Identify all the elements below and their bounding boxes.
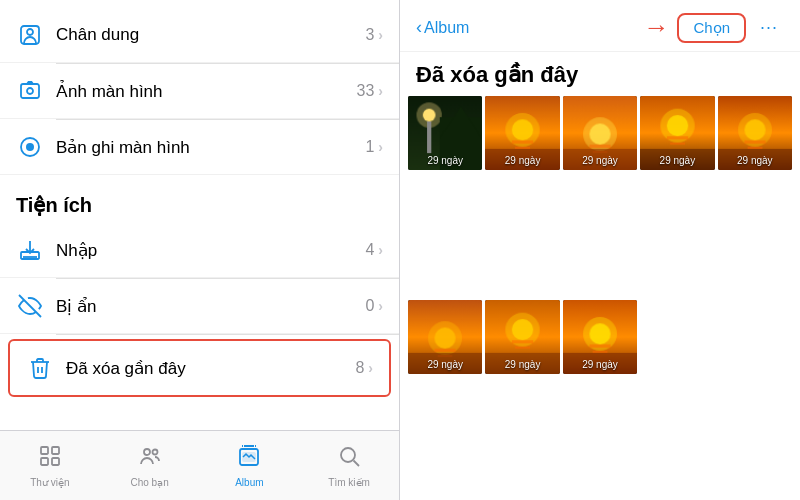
da-xoa-label: Đã xóa gần đây <box>66 358 355 379</box>
nav-tim-kiem-label: Tìm kiếm <box>328 477 370 488</box>
photo-label: 29 ngày <box>408 155 482 166</box>
nav-cho-ban[interactable]: Cho bạn <box>100 431 200 500</box>
svg-rect-11 <box>52 458 59 465</box>
nhap-chevron: › <box>378 242 383 258</box>
photo-label: 29 ngày <box>563 359 637 370</box>
svg-rect-9 <box>52 447 59 454</box>
svg-rect-10 <box>41 458 48 465</box>
nav-tim-kiem[interactable]: Tìm kiếm <box>299 431 399 500</box>
left-content: Chân dung 3 › Ảnh màn hình 33 › <box>0 0 399 430</box>
trash-icon <box>26 354 54 382</box>
cho-ban-icon <box>138 444 162 474</box>
bi-an-label: Bị ẩn <box>56 296 365 317</box>
photo-cell[interactable]: 29 ngày <box>485 96 559 170</box>
back-chevron-icon: ‹ <box>416 17 422 38</box>
photo-grid: 29 ngày29 ngày29 ngày29 ngày29 ngày29 ng… <box>400 96 800 500</box>
more-dots-label: ··· <box>760 17 778 38</box>
left-panel: Chân dung 3 › Ảnh màn hình 33 › <box>0 0 400 500</box>
hidden-icon <box>16 292 44 320</box>
photo-label: 29 ngày <box>563 155 637 166</box>
page-title: Đã xóa gần đây <box>400 52 800 96</box>
back-button[interactable]: ‹ Album <box>416 17 469 38</box>
photo-cell[interactable]: 29 ngày <box>640 96 714 170</box>
svg-point-1 <box>27 29 33 35</box>
more-button[interactable]: ··· <box>754 15 784 40</box>
photo-label: 29 ngày <box>640 155 714 166</box>
photo-cell[interactable]: 29 ngày <box>485 300 559 374</box>
import-icon <box>16 236 44 264</box>
nav-thu-vien[interactable]: Thư viện <box>0 431 100 500</box>
anh-man-hinh-count: 33 <box>357 82 375 100</box>
photo-cell[interactable]: 29 ngày <box>408 96 482 170</box>
photo-label: 29 ngày <box>718 155 792 166</box>
nav-album[interactable]: Album <box>200 431 300 500</box>
anh-man-hinh-label: Ảnh màn hình <box>56 81 357 102</box>
back-label: Album <box>424 19 469 37</box>
thu-vien-icon <box>38 444 62 474</box>
right-panel: ‹ Album → Chọn ··· Đã xóa gần đây 29 ngà… <box>400 0 800 500</box>
svg-rect-8 <box>41 447 48 454</box>
sidebar-item-ban-ghi[interactable]: Bản ghi màn hình 1 › <box>0 120 399 175</box>
photo-label: 29 ngày <box>408 359 482 370</box>
nhap-count: 4 <box>365 241 374 259</box>
svg-line-17 <box>354 460 360 466</box>
photo-cell[interactable]: 29 ngày <box>563 300 637 374</box>
right-header: ‹ Album → Chọn ··· <box>400 0 800 52</box>
sidebar-item-da-xoa[interactable]: Đã xóa gần đây 8 › <box>8 339 391 397</box>
svg-point-16 <box>341 448 355 462</box>
portrait-icon <box>16 21 44 49</box>
bi-an-chevron: › <box>378 298 383 314</box>
album-icon <box>237 444 261 474</box>
chon-button[interactable]: Chọn <box>677 13 746 43</box>
utility-section-header: Tiện ích <box>0 175 399 223</box>
svg-point-3 <box>27 88 33 94</box>
svg-point-5 <box>26 143 34 151</box>
screenshot-icon <box>16 77 44 105</box>
record-icon <box>16 133 44 161</box>
nav-album-label: Album <box>235 477 263 488</box>
bi-an-count: 0 <box>365 297 374 315</box>
photo-cell[interactable]: 29 ngày <box>408 300 482 374</box>
chan-dung-count: 3 <box>365 26 374 44</box>
sidebar-item-bi-an[interactable]: Bị ẩn 0 › <box>0 279 399 334</box>
red-arrow-icon: → <box>643 12 669 43</box>
nav-cho-ban-label: Cho bạn <box>131 477 169 488</box>
svg-point-12 <box>144 449 150 455</box>
nav-thu-vien-label: Thư viện <box>30 477 69 488</box>
ban-ghi-label: Bản ghi màn hình <box>56 137 365 158</box>
da-xoa-count: 8 <box>355 359 364 377</box>
ban-ghi-count: 1 <box>365 138 374 156</box>
photo-label: 29 ngày <box>485 359 559 370</box>
search-icon <box>337 444 361 474</box>
ban-ghi-chevron: › <box>378 139 383 155</box>
chan-dung-chevron: › <box>378 27 383 43</box>
photo-cell[interactable]: 29 ngày <box>718 96 792 170</box>
nhap-label: Nhập <box>56 240 365 261</box>
svg-rect-2 <box>21 84 39 98</box>
sidebar-item-chan-dung[interactable]: Chân dung 3 › <box>0 8 399 63</box>
svg-point-13 <box>152 449 157 454</box>
sidebar-item-anh-man-hinh[interactable]: Ảnh màn hình 33 › <box>0 64 399 119</box>
photo-label: 29 ngày <box>485 155 559 166</box>
photo-cell[interactable]: 29 ngày <box>563 96 637 170</box>
da-xoa-chevron: › <box>368 360 373 376</box>
sidebar-item-nhap[interactable]: Nhập 4 › <box>0 223 399 278</box>
bottom-nav: Thư viện Cho bạn <box>0 430 399 500</box>
chan-dung-label: Chân dung <box>56 25 365 45</box>
anh-man-hinh-chevron: › <box>378 83 383 99</box>
